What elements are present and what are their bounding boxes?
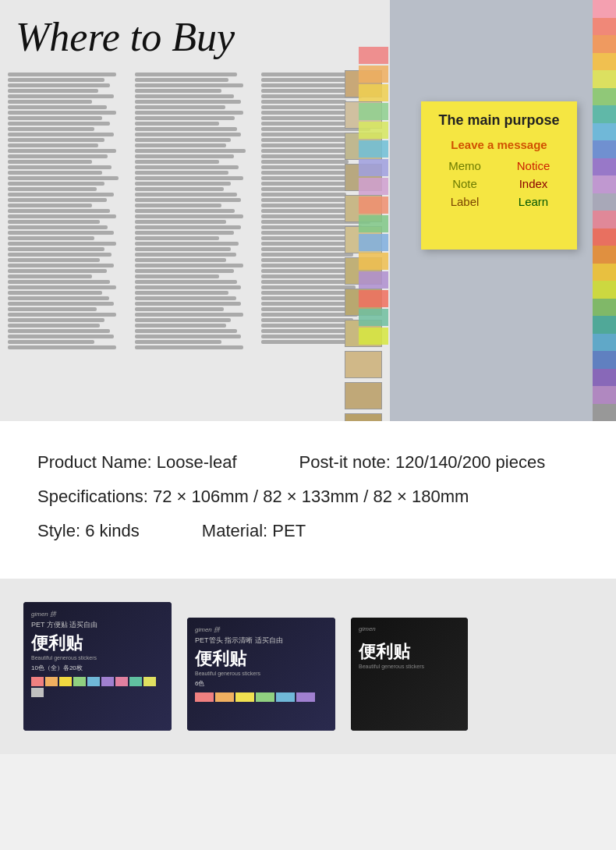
product-card-3[interactable]: gimen 便利贴 Beautiful generous stickers: [351, 618, 468, 731]
sticker2-r: [195, 692, 214, 702]
sticky-tab-3: [359, 84, 388, 101]
sticky-note-title: The main purpose: [434, 112, 565, 129]
card-inner-2: gimen 拼 PET管头 指示清晰 适买自由 便利贴 Beautiful ge…: [187, 618, 335, 731]
side-sticky-tabs: [359, 47, 388, 345]
doc-col-2: [135, 71, 256, 351]
right-tab-11: [593, 193, 616, 211]
right-tab-4: [593, 70, 616, 88]
card3-brand: 便利贴: [359, 640, 460, 664]
doc-col-1: [8, 71, 129, 351]
right-tab-20: [593, 351, 616, 369]
doc-columns: [0, 68, 390, 354]
right-tab-18: [593, 316, 616, 334]
sticker-ly: [143, 677, 156, 686]
material: Material: PET: [202, 521, 306, 541]
sticky-tab-5: [359, 122, 388, 139]
style-count: Style: 6 kinds: [37, 521, 140, 541]
hero-section: Where to Buy: [0, 0, 616, 421]
card-inner-3: gimen 便利贴 Beautiful generous stickers: [351, 618, 468, 731]
sticker2-g: [256, 692, 274, 702]
sticky-tab-16: [359, 328, 388, 345]
card2-brand: 便利贴: [195, 647, 327, 671]
note-label: Note: [434, 177, 496, 190]
sticky-tab-4: [359, 103, 388, 120]
thumbnail-11: [345, 382, 382, 409]
right-tab-10: [593, 175, 616, 193]
sticker2-b: [276, 692, 295, 702]
card2-stickers: [195, 692, 327, 702]
bottom-products-section: gimen 拼 PET 方便贴 适买自由 便利贴 Beautiful gener…: [0, 579, 616, 754]
thumbnail-10: [345, 351, 382, 378]
thumbnail-12: [345, 413, 382, 421]
sticker-g: [73, 677, 86, 686]
card1-logo: gimen 拼: [31, 610, 56, 618]
card1-brand: 便利贴: [31, 632, 164, 655]
doc-title: Where to Buy: [0, 0, 390, 68]
right-tab-9: [593, 158, 616, 176]
sticker-w: [31, 688, 44, 697]
product-card-1[interactable]: gimen 拼 PET 方便贴 适买自由 便利贴 Beautiful gener…: [23, 602, 172, 731]
right-color-tabs: [593, 0, 616, 421]
right-tab-2: [593, 35, 616, 53]
sticky-tab-8: [359, 178, 388, 195]
right-tab-5: [593, 88, 616, 106]
sticky-tab-15: [359, 309, 388, 326]
sticky-tab-11: [359, 234, 388, 251]
sticker-b: [87, 677, 100, 686]
learn-label: Learn: [502, 195, 565, 208]
sticker2-p: [296, 692, 315, 702]
sticker-y: [59, 677, 72, 686]
sticky-note: The main purpose Leave a message Memo No…: [421, 101, 577, 250]
card1-type: PET 方便贴 适买自由: [31, 620, 164, 630]
label-label: Label: [434, 195, 496, 208]
right-tab-13: [593, 228, 616, 246]
notice-label: Notice: [502, 159, 565, 172]
postit-note-count: Post-it note: 120/140/200 pieces: [299, 452, 546, 473]
right-tab-0: [593, 0, 616, 18]
card2-type: PET管头 指示清晰 适买自由: [195, 636, 327, 646]
right-tab-1: [593, 18, 616, 36]
specifications: Specifications: 72 × 106mm / 82 × 133mm …: [37, 487, 469, 507]
sticker2-y: [235, 692, 254, 702]
right-tab-8: [593, 140, 616, 158]
product-name: Product Name: Loose-leaf: [37, 452, 237, 473]
index-label: Index: [502, 177, 565, 190]
sticker-p: [101, 677, 114, 686]
sticky-note-grid: Memo Notice Note Index Label Learn: [434, 159, 565, 208]
info-row-2: Specifications: 72 × 106mm / 82 × 133mm …: [37, 487, 579, 507]
document-background: Where to Buy: [0, 0, 390, 421]
right-tab-19: [593, 334, 616, 352]
right-tab-15: [593, 264, 616, 282]
card-inner-1: gimen 拼 PET 方便贴 适买自由 便利贴 Beautiful gener…: [23, 602, 172, 731]
leave-message-label: Leave a message: [451, 138, 547, 151]
right-tab-21: [593, 369, 616, 387]
card3-subtitle: Beautiful generous stickers: [359, 664, 460, 669]
memo-label: Memo: [434, 159, 496, 172]
card2-logo: gimen 拼: [195, 625, 220, 634]
right-tab-17: [593, 299, 616, 317]
sticker-t: [129, 677, 142, 686]
right-tab-14: [593, 246, 616, 264]
card3-logo: gimen: [359, 625, 460, 632]
right-tab-6: [593, 105, 616, 123]
sticky-tab-12: [359, 253, 388, 270]
right-tab-22: [593, 386, 616, 404]
sticker2-o: [215, 692, 234, 702]
info-row-1: Product Name: Loose-leaf Post-it note: 1…: [37, 452, 579, 473]
right-tab-16: [593, 281, 616, 299]
right-tab-23: [593, 404, 616, 422]
sticky-tab-14: [359, 290, 388, 307]
card1-detail: 10色（全）各20枚: [31, 664, 164, 672]
sticker-o: [45, 677, 58, 686]
sticky-tab-13: [359, 271, 388, 289]
sticker-r: [31, 677, 44, 686]
sticky-tab-9: [359, 197, 388, 214]
sticky-note-leave-message: Leave a message: [434, 138, 565, 151]
card1-stickers: [31, 677, 164, 697]
sticker-pk: [115, 677, 128, 686]
sticky-tab-7: [359, 159, 388, 176]
product-card-2[interactable]: gimen 拼 PET管头 指示清晰 适买自由 便利贴 Beautiful ge…: [187, 618, 335, 731]
sticky-tab-1: [359, 47, 388, 64]
right-tab-12: [593, 211, 616, 228]
card2-detail: 6色: [195, 679, 327, 688]
